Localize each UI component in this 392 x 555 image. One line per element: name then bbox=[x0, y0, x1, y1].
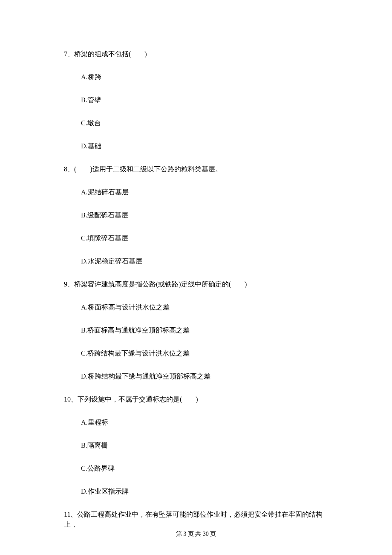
question-10: 10、下列设施中，不属于交通标志的是( ) A.里程标 B.隔离栅 C.公路界碑… bbox=[64, 394, 328, 497]
question-8: 8、( )适用于二级和二级以下公路的粒料类基层。 A.泥结碎石基层 B.级配砾石… bbox=[64, 164, 328, 266]
option-b: B.隔离栅 bbox=[81, 440, 328, 451]
question-number: 11、 bbox=[64, 511, 77, 518]
option-a: A.里程标 bbox=[81, 417, 328, 428]
question-number: 10、 bbox=[64, 396, 78, 403]
option-d: D.水泥稳定碎石基层 bbox=[81, 256, 328, 266]
page-footer: 第 3 页 共 30 页 bbox=[0, 530, 392, 538]
question-body: 桥梁的组成不包括( ) bbox=[74, 50, 147, 58]
option-d: D.基础 bbox=[81, 141, 328, 151]
question-text: 8、( )适用于二级和二级以下公路的粒料类基层。 bbox=[64, 164, 328, 174]
option-c: C.桥跨结构最下缘与设计洪水位之差 bbox=[81, 348, 328, 358]
question-text: 11、公路工程高处作业中，在有坠落可能的部位作业时，必须把安全带挂在牢固的结构上… bbox=[64, 509, 328, 530]
question-number: 9、 bbox=[64, 280, 74, 288]
question-body: 桥梁容许建筑高度是指公路(或铁路)定线中所确定的( ) bbox=[74, 280, 247, 288]
question-body: 下列设施中，不属于交通标志的是( ) bbox=[78, 396, 198, 403]
question-text: 10、下列设施中，不属于交通标志的是( ) bbox=[64, 394, 328, 405]
option-d: D.作业区指示牌 bbox=[81, 486, 328, 497]
options-block: A.泥结碎石基层 B.级配砾石基层 C.填隙碎石基层 D.水泥稳定碎石基层 bbox=[64, 187, 328, 266]
option-a: A.桥跨 bbox=[81, 72, 328, 82]
option-c: C.公路界碑 bbox=[81, 463, 328, 474]
question-body: 公路工程高处作业中，在有坠落可能的部位作业时，必须把安全带挂在牢固的结构上， bbox=[64, 511, 323, 528]
option-a: A.泥结碎石基层 bbox=[81, 187, 328, 197]
question-7: 7、桥梁的组成不包括( ) A.桥跨 B.管壁 C.墩台 D.基础 bbox=[64, 49, 328, 151]
options-block: A.桥面标高与设计洪水位之差 B.桥面标高与通航净空顶部标高之差 C.桥跨结构最… bbox=[64, 302, 328, 382]
option-c: C.填隙碎石基层 bbox=[81, 233, 328, 243]
option-a: A.桥面标高与设计洪水位之差 bbox=[81, 302, 328, 312]
question-body: ( )适用于二级和二级以下公路的粒料类基层。 bbox=[74, 165, 222, 173]
question-number: 8、 bbox=[64, 165, 74, 173]
options-block: A.里程标 B.隔离栅 C.公路界碑 D.作业区指示牌 bbox=[64, 417, 328, 497]
option-d: D.桥跨结构最下缘与通航净空顶部标高之差 bbox=[81, 371, 328, 382]
question-11: 11、公路工程高处作业中，在有坠落可能的部位作业时，必须把安全带挂在牢固的结构上… bbox=[64, 509, 328, 530]
question-text: 7、桥梁的组成不包括( ) bbox=[64, 49, 328, 59]
question-9: 9、桥梁容许建筑高度是指公路(或铁路)定线中所确定的( ) A.桥面标高与设计洪… bbox=[64, 279, 328, 382]
question-number: 7、 bbox=[64, 50, 74, 58]
page-content: 7、桥梁的组成不包括( ) A.桥跨 B.管壁 C.墩台 D.基础 8、( )适… bbox=[0, 0, 392, 530]
options-block: A.桥跨 B.管壁 C.墩台 D.基础 bbox=[64, 72, 328, 151]
option-c: C.墩台 bbox=[81, 118, 328, 128]
option-b: B.管壁 bbox=[81, 95, 328, 105]
option-b: B.桥面标高与通航净空顶部标高之差 bbox=[81, 325, 328, 335]
option-b: B.级配砾石基层 bbox=[81, 210, 328, 220]
question-text: 9、桥梁容许建筑高度是指公路(或铁路)定线中所确定的( ) bbox=[64, 279, 328, 289]
